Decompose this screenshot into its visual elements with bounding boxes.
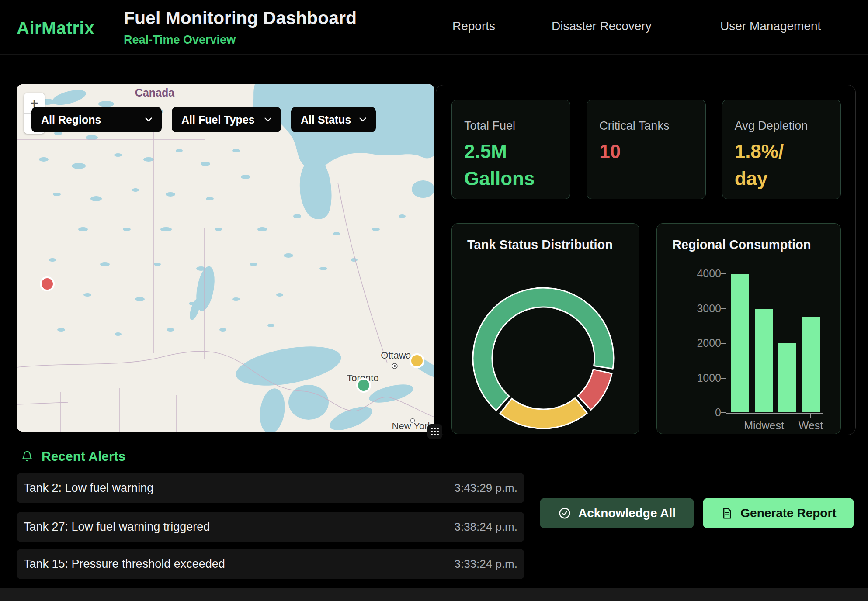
- page-subtitle: Real-Time Overview: [124, 33, 236, 47]
- bar-chart-card: 01000200030004000MidwestWest Regional Co…: [656, 223, 841, 434]
- tank-status-donut-chart: [452, 224, 639, 434]
- alert-time: 3:33:24 p.m.: [454, 557, 517, 571]
- stat-label: Total Fuel: [464, 119, 558, 133]
- map-label-ottawa: Ottawa: [381, 350, 411, 361]
- fuel-monitoring-dashboard: AirMatrix Fuel Monitoring Dashboard Real…: [0, 0, 868, 601]
- regional-consumption-bar-chart: 01000200030004000MidwestWest: [657, 224, 841, 434]
- brand-logo[interactable]: AirMatrix: [17, 18, 94, 38]
- bar-series-1[interactable]: [731, 274, 749, 412]
- stat-label: Critical Tanks: [599, 119, 693, 133]
- map-filters: All Regions All Fuel Types All Status: [31, 107, 376, 132]
- y-tick-mark: [721, 343, 726, 344]
- generate-report-label: Generate Report: [740, 506, 836, 520]
- x-axis-line: [726, 413, 823, 414]
- app-header: AirMatrix Fuel Monitoring Dashboard Real…: [0, 0, 868, 55]
- y-tick-mark: [721, 308, 726, 309]
- stat-card-total-fuel: Total Fuel 2.5M Gallons: [451, 100, 570, 199]
- document-icon: [720, 507, 733, 520]
- stat-value: 10: [599, 138, 693, 165]
- ottawa-city-dot-inner: [394, 365, 396, 367]
- map-panel[interactable]: Canada Ottawa Toronto New York + − All R…: [17, 84, 434, 432]
- acknowledge-all-label: Acknowledge All: [578, 506, 676, 520]
- page-title: Fuel Monitoring Dashboard: [124, 8, 357, 28]
- tank-marker-warning[interactable]: [410, 354, 424, 367]
- nav-reports[interactable]: Reports: [452, 19, 495, 33]
- status-filter-select[interactable]: All Status: [291, 107, 376, 132]
- tank-marker-normal[interactable]: [357, 379, 370, 392]
- map-label-new-york: New York: [392, 421, 433, 432]
- charts-row: Tank Status Distribution 010002000300040…: [451, 223, 841, 434]
- stat-value: 1.8%/ day: [735, 138, 828, 193]
- chevron-down-icon: [264, 117, 271, 122]
- y-tick-mark: [721, 273, 726, 274]
- nav-user-management[interactable]: User Management: [720, 19, 821, 33]
- chevron-down-icon: [145, 117, 152, 122]
- dashboard-panel: Total Fuel 2.5M Gallons Critical Tanks 1…: [436, 85, 856, 435]
- y-tick-label: 0: [691, 406, 721, 419]
- y-tick-mark: [721, 412, 726, 413]
- stat-card-avg-depletion: Avg Depletion 1.8%/ day: [722, 100, 841, 199]
- chart-title: Regional Consumption: [672, 238, 811, 252]
- stats-row: Total Fuel 2.5M Gallons Critical Tanks 1…: [451, 100, 841, 199]
- y-tick-label: 4000: [691, 267, 721, 280]
- generate-report-button[interactable]: Generate Report: [703, 498, 854, 528]
- alert-row[interactable]: Tank 15: Pressure threshold exceeded 3:3…: [17, 549, 524, 579]
- region-filter-select[interactable]: All Regions: [31, 107, 162, 132]
- y-tick-mark: [721, 378, 726, 379]
- bar-West[interactable]: [802, 317, 820, 412]
- region-filter-value: All Regions: [41, 114, 101, 126]
- chevron-down-icon: [359, 117, 366, 122]
- alert-message: Tank 2: Low fuel warning: [24, 481, 153, 495]
- acknowledge-all-button[interactable]: Acknowledge All: [540, 498, 694, 528]
- donut-segment-yellow[interactable]: [500, 398, 587, 428]
- alert-time: 3:43:29 p.m.: [454, 481, 517, 495]
- y-axis-line: [726, 272, 726, 414]
- alerts-title: Recent Alerts: [42, 449, 125, 464]
- y-tick-label: 2000: [691, 337, 721, 349]
- alert-time: 3:38:24 p.m.: [454, 520, 517, 534]
- alert-row[interactable]: Tank 2: Low fuel warning 3:43:29 p.m.: [17, 473, 524, 503]
- fuel-type-filter-select[interactable]: All Fuel Types: [172, 107, 281, 132]
- alerts-header: Recent Alerts: [21, 449, 125, 464]
- chart-title: Tank Status Distribution: [467, 238, 613, 252]
- fuel-type-filter-value: All Fuel Types: [181, 114, 255, 126]
- x-tick-mark: [764, 414, 764, 418]
- map-canvas[interactable]: Canada Ottawa Toronto New York: [17, 84, 434, 432]
- check-circle-icon: [558, 507, 571, 520]
- map-label-canada: Canada: [135, 86, 175, 99]
- alert-row[interactable]: Tank 27: Low fuel warning triggered 3:38…: [17, 512, 524, 542]
- bar-series-3[interactable]: [778, 343, 796, 412]
- footer-strip: [0, 588, 868, 601]
- bar-Midwest[interactable]: [755, 309, 773, 413]
- donut-segment-red[interactable]: [578, 370, 612, 410]
- status-filter-value: All Status: [301, 114, 351, 126]
- stat-card-critical-tanks: Critical Tanks 10: [587, 100, 705, 199]
- alert-message: Tank 15: Pressure threshold exceeded: [24, 557, 225, 571]
- x-tick-mark: [810, 414, 811, 418]
- tank-marker-critical[interactable]: [41, 277, 54, 290]
- alert-message: Tank 27: Low fuel warning triggered: [24, 520, 210, 534]
- donut-chart-card: Tank Status Distribution: [451, 223, 639, 434]
- y-tick-label: 1000: [691, 372, 721, 384]
- x-tick-label: West: [780, 419, 841, 432]
- y-tick-label: 3000: [691, 302, 721, 315]
- bell-icon: [21, 449, 34, 463]
- stat-label: Avg Depletion: [735, 119, 828, 133]
- stat-value: 2.5M Gallons: [464, 138, 558, 193]
- drag-handle-icon[interactable]: [427, 424, 442, 439]
- nav-disaster-recovery[interactable]: Disaster Recovery: [552, 19, 652, 33]
